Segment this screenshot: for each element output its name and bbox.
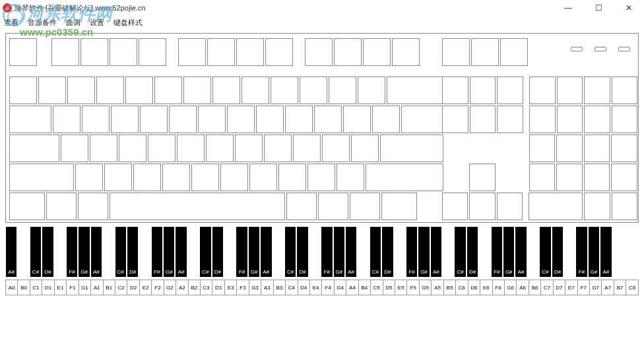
piano-white-key[interactable]: A3 [261, 280, 273, 295]
kb-key[interactable] [557, 105, 583, 133]
kb-key[interactable] [470, 76, 496, 104]
piano-white-key[interactable]: A2 [176, 280, 188, 295]
kb-key[interactable] [198, 105, 226, 133]
piano-black-key[interactable]: F# [321, 227, 332, 277]
piano-black-key[interactable]: A# [91, 227, 102, 277]
kb-key[interactable] [206, 134, 234, 162]
piano-black-key[interactable]: F# [67, 227, 77, 277]
kb-key[interactable] [51, 38, 79, 66]
kb-key[interactable] [265, 38, 293, 66]
kb-key[interactable] [9, 193, 45, 220]
piano-white-key[interactable]: C8 [626, 280, 638, 295]
kb-key[interactable] [264, 134, 292, 162]
piano-black-key[interactable]: F# [152, 227, 162, 277]
kb-key[interactable] [584, 134, 610, 162]
piano-white-key[interactable]: B1 [104, 280, 115, 295]
kb-key[interactable] [584, 76, 610, 104]
kb-key[interactable] [556, 164, 583, 191]
kb-key[interactable] [380, 134, 443, 162]
kb-key[interactable] [119, 134, 146, 162]
piano-white-key[interactable]: E2 [140, 280, 152, 295]
piano-white-key[interactable]: G6 [505, 280, 517, 295]
kb-key[interactable] [286, 193, 317, 220]
kb-key[interactable] [139, 38, 166, 66]
piano-black-key[interactable]: G# [589, 227, 599, 277]
piano-white-key[interactable]: C5 [371, 280, 383, 295]
kb-key[interactable] [329, 76, 356, 104]
kb-key[interactable] [500, 38, 528, 66]
kb-key[interactable] [442, 105, 468, 133]
kb-key[interactable] [318, 193, 348, 220]
piano-white-key[interactable]: G3 [249, 280, 261, 295]
kb-key[interactable] [53, 105, 80, 133]
piano-black-key[interactable]: F# [236, 227, 247, 277]
kb-key[interactable] [235, 134, 263, 162]
kb-key[interactable] [557, 76, 583, 104]
piano-black-key[interactable]: F# [576, 227, 587, 277]
kb-key[interactable] [154, 76, 182, 104]
kb-key[interactable] [271, 76, 298, 104]
piano-white-key[interactable]: G1 [79, 280, 91, 295]
piano-black-key[interactable]: G# [164, 227, 174, 277]
kb-key[interactable] [358, 76, 385, 104]
piano-white-key[interactable]: B0 [18, 280, 30, 295]
kb-key[interactable] [334, 38, 362, 66]
kb-key[interactable] [497, 76, 523, 104]
kb-key[interactable] [82, 105, 110, 133]
kb-key[interactable] [169, 105, 197, 133]
menu-sound[interactable]: 音源备件 [28, 18, 57, 28]
kb-key[interactable] [212, 76, 240, 104]
kb-key[interactable] [387, 76, 443, 104]
piano-black-key[interactable]: C# [540, 227, 550, 277]
piano-black-key[interactable]: F# [492, 227, 502, 277]
piano-black-key[interactable]: C# [115, 227, 126, 277]
kb-key[interactable] [366, 164, 443, 191]
piano-white-key[interactable]: C2 [115, 280, 127, 295]
kb-key[interactable] [178, 38, 206, 66]
piano-black-key[interactable]: D# [42, 227, 53, 277]
kb-key[interactable] [125, 76, 153, 104]
kb-key[interactable] [9, 134, 59, 162]
piano-white-key[interactable]: B7 [614, 280, 626, 295]
piano-white-key[interactable]: F1 [67, 280, 79, 295]
kb-key[interactable] [278, 164, 306, 191]
kb-key[interactable] [177, 134, 205, 162]
piano-white-key[interactable]: F7 [578, 280, 590, 295]
piano-black-key[interactable]: G# [503, 227, 514, 277]
kb-key[interactable] [392, 38, 420, 66]
piano-black-key[interactable]: C# [285, 227, 296, 277]
piano-black-key[interactable]: C# [30, 227, 41, 277]
piano-white-key[interactable]: F2 [152, 280, 164, 295]
piano-white-key[interactable]: F5 [407, 280, 419, 295]
kb-key[interactable] [9, 38, 37, 66]
kb-key[interactable] [207, 38, 235, 66]
piano-black-key[interactable]: D# [552, 227, 563, 277]
piano-white-key[interactable]: C3 [201, 280, 212, 295]
piano-white-key[interactable]: A1 [91, 280, 103, 295]
piano-black-key[interactable]: A# [6, 227, 16, 277]
kb-key[interactable] [133, 164, 161, 191]
kb-key[interactable] [110, 193, 285, 220]
kb-key[interactable] [191, 164, 219, 191]
kb-key[interactable] [584, 193, 610, 220]
kb-key[interactable] [612, 76, 638, 104]
menu-settings[interactable]: 设置 [90, 18, 104, 28]
piano-white-key[interactable]: G5 [420, 280, 432, 295]
piano-black-key[interactable]: G# [79, 227, 89, 277]
kb-key[interactable] [497, 193, 523, 220]
kb-key[interactable] [471, 38, 499, 66]
kb-key[interactable] [372, 105, 400, 133]
kb-key[interactable] [242, 76, 269, 104]
piano-white-key[interactable]: C6 [456, 280, 468, 295]
piano-black-key[interactable]: G# [418, 227, 429, 277]
maximize-button[interactable]: ☐ [583, 0, 614, 16]
piano-black-key[interactable]: G# [249, 227, 259, 277]
piano-white-key[interactable]: G7 [590, 280, 602, 295]
kb-key[interactable] [9, 105, 51, 133]
kb-key[interactable] [497, 105, 523, 133]
piano-white-key[interactable]: B3 [274, 280, 286, 295]
piano-black-key[interactable]: A# [346, 227, 356, 277]
kb-key[interactable] [80, 38, 108, 66]
piano-black-key[interactable]: D# [127, 227, 138, 277]
kb-key[interactable] [612, 193, 637, 220]
